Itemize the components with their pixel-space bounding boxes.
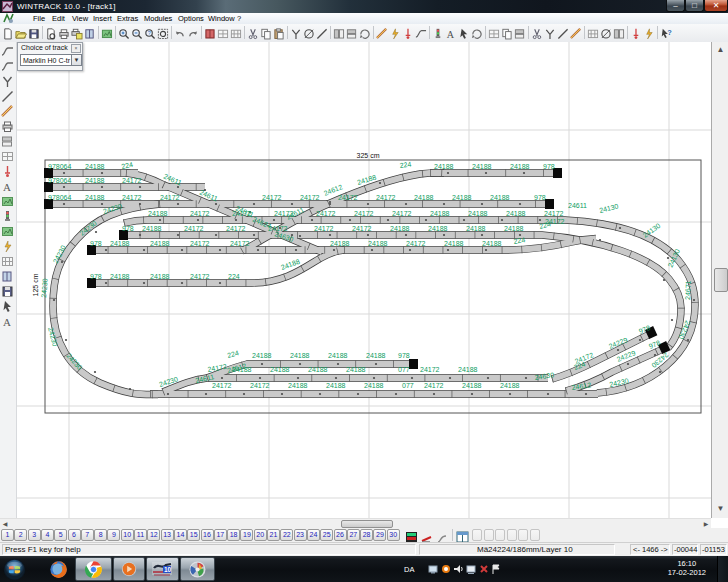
svg-text:24172: 24172	[262, 194, 282, 201]
svg-text:978: 978	[90, 273, 102, 280]
svg-text:224: 224	[228, 273, 240, 280]
svg-text:24172: 24172	[376, 194, 396, 201]
svg-text:24188: 24188	[482, 240, 502, 247]
svg-text:24188: 24188	[430, 210, 450, 217]
svg-text:24172: 24172	[545, 218, 565, 225]
svg-text:24172: 24172	[190, 210, 210, 217]
svg-text:A: A	[3, 181, 11, 193]
svg-text:24172: 24172	[160, 194, 180, 201]
svg-text:24188: 24188	[232, 366, 252, 373]
svg-text:24188: 24188	[458, 366, 478, 373]
svg-text:24188: 24188	[368, 240, 388, 247]
svg-text:24172: 24172	[190, 240, 210, 247]
svg-text:24172: 24172	[250, 382, 270, 389]
svg-text:24188: 24188	[466, 225, 486, 232]
svg-text:978064: 978064	[48, 163, 71, 170]
svg-text:224: 224	[513, 236, 526, 245]
svg-text:24188: 24188	[462, 382, 482, 389]
svg-text:24172: 24172	[226, 225, 246, 232]
svg-text:24130: 24130	[599, 202, 620, 214]
svg-text:24172: 24172	[184, 225, 204, 232]
svg-text:24188: 24188	[504, 225, 524, 232]
svg-text:24188: 24188	[510, 163, 530, 170]
svg-text:24188: 24188	[414, 194, 434, 201]
svg-text:24188: 24188	[328, 352, 348, 359]
svg-text:24188: 24188	[490, 194, 510, 201]
svg-text:24172: 24172	[352, 225, 372, 232]
svg-text:978: 978	[90, 240, 102, 247]
svg-text:A: A	[447, 29, 455, 40]
svg-text:24172: 24172	[544, 210, 564, 217]
svg-text:125 cm: 125 cm	[32, 273, 39, 296]
svg-text:24172: 24172	[122, 177, 142, 184]
svg-text:077: 077	[402, 382, 414, 389]
svg-text:24188: 24188	[150, 240, 170, 247]
svg-text:24188: 24188	[468, 210, 488, 217]
svg-text:24188: 24188	[500, 382, 520, 389]
svg-text:24172: 24172	[122, 194, 142, 201]
svg-text:24172: 24172	[424, 382, 444, 389]
svg-text:24188: 24188	[308, 366, 328, 373]
svg-text:24188: 24188	[390, 225, 410, 232]
svg-text:24188: 24188	[252, 352, 272, 359]
svg-text:24188: 24188	[444, 240, 464, 247]
svg-text:978064: 978064	[48, 194, 71, 201]
svg-text:224: 224	[226, 349, 239, 359]
svg-text:?: ?	[148, 30, 151, 36]
svg-text:24188: 24188	[288, 382, 308, 389]
svg-text:978: 978	[122, 225, 134, 232]
svg-text:24172: 24172	[316, 210, 336, 217]
svg-text:24172: 24172	[420, 366, 440, 373]
svg-text:224: 224	[121, 161, 134, 170]
svg-text:24188: 24188	[85, 177, 105, 184]
svg-text:10: 10	[164, 566, 172, 573]
svg-text:24188: 24188	[110, 273, 130, 280]
svg-text:978: 978	[398, 352, 410, 359]
svg-text:24612: 24612	[571, 381, 591, 391]
svg-text:24172: 24172	[300, 194, 320, 201]
svg-text:24188: 24188	[85, 194, 105, 201]
svg-text:24172: 24172	[338, 194, 358, 201]
svg-text:24188: 24188	[472, 163, 492, 170]
svg-text:24611: 24611	[568, 202, 587, 209]
svg-text:24172: 24172	[406, 240, 426, 247]
svg-text:24188: 24188	[290, 352, 310, 359]
svg-text:24188: 24188	[148, 210, 168, 217]
svg-text:?: ?	[667, 28, 672, 37]
svg-text:24172: 24172	[190, 273, 210, 280]
svg-text:A: A	[3, 316, 11, 328]
svg-text:24188: 24188	[110, 240, 130, 247]
svg-text:24188: 24188	[506, 210, 526, 217]
svg-text:24630: 24630	[534, 371, 554, 381]
svg-text:24172: 24172	[354, 210, 374, 217]
svg-text:24671: 24671	[684, 280, 692, 300]
svg-text:224: 224	[399, 160, 412, 169]
svg-text:24172: 24172	[212, 382, 232, 389]
svg-text:978064: 978064	[48, 177, 71, 184]
svg-text:077: 077	[398, 366, 410, 373]
svg-text:24188: 24188	[142, 225, 162, 232]
svg-text:24188: 24188	[85, 163, 105, 170]
svg-text:24172: 24172	[230, 240, 250, 247]
svg-text:24230: 24230	[40, 278, 49, 298]
svg-text:24172: 24172	[392, 210, 412, 217]
svg-text:24188: 24188	[326, 382, 346, 389]
svg-text:24188: 24188	[364, 382, 384, 389]
svg-text:24188: 24188	[366, 352, 386, 359]
svg-text:24188: 24188	[270, 366, 290, 373]
svg-text:24188: 24188	[346, 366, 366, 373]
svg-text:978: 978	[534, 194, 546, 201]
svg-text:24172: 24172	[314, 225, 334, 232]
svg-text:24188: 24188	[330, 240, 350, 247]
svg-text:325 cm: 325 cm	[357, 152, 380, 159]
svg-text:24188: 24188	[428, 225, 448, 232]
svg-text:24188: 24188	[434, 163, 454, 170]
svg-text:978: 978	[543, 163, 555, 170]
svg-text:24188: 24188	[452, 194, 472, 201]
svg-text:24188: 24188	[150, 273, 170, 280]
